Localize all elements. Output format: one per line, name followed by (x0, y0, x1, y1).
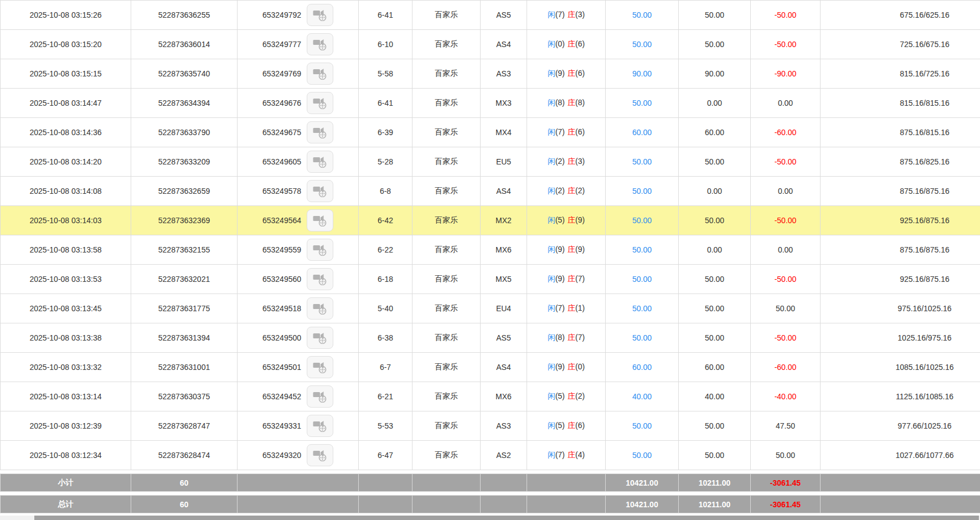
player-result-label: 闲 (548, 39, 555, 48)
result-cell: 闲(9)庄(9) (527, 235, 606, 265)
order-id-cell: 522873634394 (131, 89, 238, 118)
shoe-round-cell: 6-41 (359, 1, 412, 30)
round-id-content: 653249501 (238, 356, 358, 378)
round-id-text: 653249769 (262, 69, 301, 78)
video-replay-button[interactable] (307, 444, 333, 466)
video-replay-button[interactable] (307, 4, 333, 26)
game-name-cell: 百家乐 (412, 235, 481, 265)
video-replay-button[interactable] (307, 151, 333, 173)
bet-time-cell: 2025-10-08 03:15:20 (1, 30, 131, 59)
round-id-content: 653249578 (238, 180, 358, 202)
player-result-label: 闲 (548, 362, 555, 371)
round-id-text: 653249452 (262, 392, 301, 401)
video-replay-button[interactable] (307, 268, 333, 290)
round-id-cell: 653249518 (238, 294, 359, 323)
balance-cell: 1025.16/975.16 (821, 323, 980, 353)
summary-empty-cell (412, 496, 481, 513)
player-result-label: 闲 (548, 274, 555, 283)
banker-result-label: 庄 (568, 245, 575, 254)
round-id-text: 653249560 (262, 275, 301, 284)
win-loss-cell: 0.00 (751, 235, 821, 265)
round-id-content: 653249777 (238, 33, 358, 55)
win-loss-cell: -50.00 (751, 206, 821, 235)
player-result-label: 闲 (548, 245, 555, 254)
horizontal-scrollbar[interactable] (0, 516, 980, 520)
round-id-text: 653249564 (262, 216, 301, 225)
banker-result-score: (6) (575, 127, 585, 136)
table-name-cell: AS5 (481, 1, 527, 30)
round-id-text: 653249578 (262, 187, 301, 195)
valid-bet-cell: 40.00 (679, 382, 751, 411)
table-row: 2025-10-08 03:15:20522873636014653249777… (1, 30, 980, 59)
summary-empty-cell (359, 496, 412, 513)
balance-cell: 975.16/1025.16 (821, 294, 980, 323)
table-row: 2025-10-08 03:12:34522873628474653249320… (1, 441, 980, 470)
video-replay-button[interactable] (307, 92, 333, 114)
video-replay-button[interactable] (307, 327, 333, 349)
win-loss-cell: 47.50 (751, 411, 821, 441)
result-cell: 闲(7)庄(4) (527, 441, 606, 470)
order-id-cell: 522873632369 (131, 206, 238, 235)
video-replay-button[interactable] (307, 415, 333, 437)
banker-result-label: 庄 (568, 157, 575, 166)
video-replay-icon (313, 185, 327, 197)
win-loss-cell: -90.00 (751, 59, 821, 89)
shoe-round-cell: 6-8 (359, 177, 412, 206)
order-id-cell: 522873631775 (131, 294, 238, 323)
video-replay-button[interactable] (307, 33, 333, 55)
round-id-content: 653249500 (238, 327, 358, 349)
round-id-cell: 653249578 (238, 177, 359, 206)
bet-amount-cell: 50.00 (606, 265, 679, 294)
video-replay-button[interactable] (307, 385, 333, 408)
round-id-cell: 653249605 (238, 147, 359, 177)
bet-time-cell: 2025-10-08 03:13:14 (1, 382, 131, 411)
summary-empty-cell (821, 496, 980, 513)
video-replay-icon (313, 361, 327, 373)
result-cell: 闲(7)庄(6) (527, 118, 606, 147)
video-replay-button[interactable] (307, 356, 333, 378)
table-name-cell: MX2 (481, 206, 527, 235)
win-loss-cell: -50.00 (751, 30, 821, 59)
bet-time-cell: 2025-10-08 03:13:45 (1, 294, 131, 323)
shoe-round-cell: 6-42 (359, 206, 412, 235)
table-row: 2025-10-08 03:13:38522873631394653249500… (1, 323, 980, 353)
video-replay-icon (313, 97, 327, 109)
player-result-score: (9) (555, 69, 565, 78)
video-replay-icon (313, 9, 327, 21)
round-id-content: 653249518 (238, 297, 358, 320)
video-replay-button[interactable] (307, 239, 333, 261)
order-id-cell: 522873635740 (131, 59, 238, 89)
video-replay-button[interactable] (307, 63, 333, 85)
round-id-text: 653249792 (262, 11, 301, 19)
video-replay-button[interactable] (307, 209, 333, 231)
shoe-round-cell: 6-39 (359, 118, 412, 147)
video-replay-icon (313, 449, 327, 461)
round-id-text: 653249320 (262, 451, 301, 460)
banker-result-score: (2) (575, 186, 585, 195)
shoe-round-cell: 6-22 (359, 235, 412, 265)
bet-time-cell: 2025-10-08 03:14:47 (1, 89, 131, 118)
banker-result-score: (3) (575, 157, 585, 166)
round-id-cell: 653249675 (238, 118, 359, 147)
win-loss-cell: 50.00 (751, 294, 821, 323)
video-replay-button[interactable] (307, 180, 333, 202)
result-cell: 闲(7)庄(1) (527, 294, 606, 323)
video-replay-button[interactable] (307, 121, 333, 143)
subtotal-win-loss: -3061.45 (751, 474, 821, 492)
banker-result-label: 庄 (568, 421, 575, 430)
player-result-label: 闲 (548, 98, 555, 107)
bet-amount-cell: 50.00 (606, 30, 679, 59)
order-id-cell: 522873630375 (131, 382, 238, 411)
order-id-cell: 522873631001 (131, 353, 238, 382)
shoe-round-cell: 6-7 (359, 353, 412, 382)
video-replay-button[interactable] (307, 297, 333, 320)
win-loss-cell: -50.00 (751, 323, 821, 353)
horizontal-scrollbar-thumb[interactable] (34, 516, 979, 520)
balance-cell: 725.16/675.16 (821, 30, 980, 59)
round-id-content: 653249564 (238, 209, 358, 231)
result-cell: 闲(9)庄(7) (527, 265, 606, 294)
player-result-label: 闲 (548, 157, 555, 166)
bet-amount-cell: 50.00 (606, 1, 679, 30)
round-id-text: 653249675 (262, 128, 301, 137)
round-id-text: 653249676 (262, 99, 301, 107)
